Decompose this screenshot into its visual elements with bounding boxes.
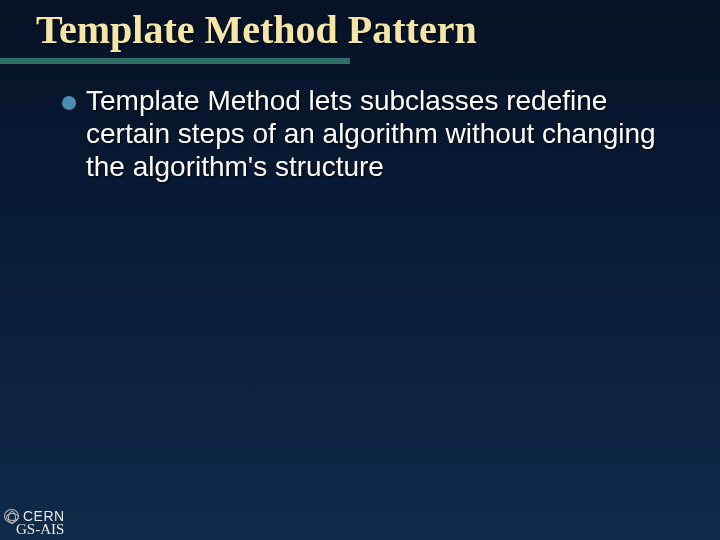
footer: CERN GS-AIS	[4, 509, 65, 538]
footer-suborg: GS-AIS	[16, 522, 65, 538]
slide-title: Template Method Pattern	[36, 8, 720, 52]
bullet-text: Template Method lets subclasses redefine…	[86, 84, 678, 183]
bullet-icon	[62, 96, 76, 110]
cern-logo-icon	[4, 509, 19, 523]
body-area: Template Method lets subclasses redefine…	[62, 84, 678, 183]
slide: Template Method Pattern Template Method …	[0, 0, 720, 540]
bullet-item: Template Method lets subclasses redefine…	[62, 84, 678, 183]
title-area: Template Method Pattern	[0, 0, 720, 64]
title-underline	[0, 58, 350, 64]
